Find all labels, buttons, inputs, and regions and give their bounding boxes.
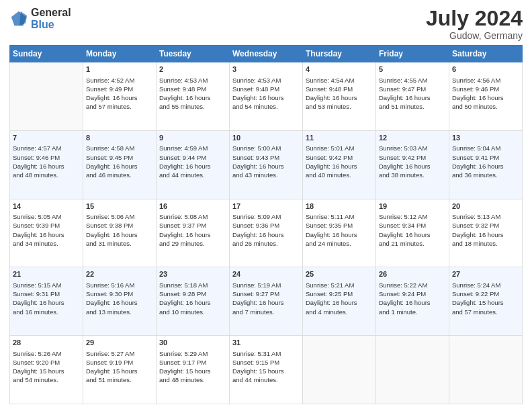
day-info-line: Sunrise: 5:15 AM	[13, 281, 80, 289]
day-info-line: and 44 minutes.	[232, 375, 300, 384]
day-info-line: Sunrise: 5:05 AM	[13, 212, 80, 221]
day-info-line: Daylight: 16 hours	[452, 162, 519, 171]
day-info-line: and 43 minutes.	[232, 171, 300, 179]
day-info-line: Sunset: 9:37 PM	[159, 221, 226, 230]
day-info-line: Sunrise: 5:04 AM	[452, 144, 519, 152]
day-number: 4	[306, 64, 373, 75]
logo-general-text: General	[31, 7, 71, 19]
day-info-line: and 10 minutes.	[159, 308, 226, 316]
calendar-cell	[10, 62, 83, 131]
day-info-line: Sunset: 9:15 PM	[232, 358, 300, 367]
day-info-line: Sunrise: 5:09 AM	[232, 212, 300, 221]
day-info-line: Sunrise: 5:29 AM	[159, 349, 226, 358]
day-number: 26	[379, 269, 446, 279]
day-info-line: Daylight: 16 hours	[232, 230, 300, 239]
calendar-row-4: 28Sunrise: 5:26 AMSunset: 9:20 PMDayligh…	[10, 336, 523, 404]
col-header-friday: Friday	[376, 46, 449, 62]
day-info-line: Sunrise: 4:55 AM	[379, 76, 446, 85]
day-number: 17	[232, 201, 300, 212]
day-number: 1	[86, 64, 153, 75]
day-info-line: Sunset: 9:49 PM	[86, 85, 153, 93]
day-info-line: Daylight: 15 hours	[232, 367, 300, 375]
calendar-cell: 12Sunrise: 5:03 AMSunset: 9:42 PMDayligh…	[376, 130, 449, 199]
title-location: Gudow, Germany	[426, 30, 523, 41]
day-info-line: Sunset: 9:35 PM	[306, 221, 373, 230]
day-info-line: Sunrise: 5:31 AM	[232, 349, 300, 358]
day-info-line: Sunset: 9:48 PM	[159, 85, 226, 93]
calendar-cell	[303, 336, 376, 404]
day-info-line: Sunset: 9:19 PM	[86, 358, 153, 367]
day-info-line: and 18 minutes.	[452, 239, 519, 248]
calendar-cell: 23Sunrise: 5:18 AMSunset: 9:28 PMDayligh…	[157, 267, 230, 336]
day-info-line: Sunset: 9:46 PM	[452, 85, 519, 93]
day-info-line: and 13 minutes.	[86, 308, 153, 316]
calendar-cell	[449, 336, 523, 404]
calendar-cell: 21Sunrise: 5:15 AMSunset: 9:31 PMDayligh…	[10, 267, 83, 336]
day-info-line: Sunset: 9:45 PM	[86, 153, 153, 162]
col-header-thursday: Thursday	[303, 46, 376, 62]
day-info-line: and 7 minutes.	[232, 308, 300, 316]
day-info-line: Sunrise: 5:03 AM	[379, 144, 446, 152]
day-info-line: Daylight: 16 hours	[379, 93, 446, 102]
calendar-cell: 11Sunrise: 5:01 AMSunset: 9:42 PMDayligh…	[303, 130, 376, 199]
day-info-line: Sunset: 9:28 PM	[159, 289, 226, 298]
calendar-cell: 6Sunrise: 4:56 AMSunset: 9:46 PMDaylight…	[449, 62, 523, 131]
calendar-cell: 5Sunrise: 4:55 AMSunset: 9:47 PMDaylight…	[376, 62, 449, 131]
day-info-line: Sunrise: 5:06 AM	[86, 212, 153, 221]
calendar-cell: 10Sunrise: 5:00 AMSunset: 9:43 PMDayligh…	[230, 130, 303, 199]
day-info-line: Sunset: 9:25 PM	[306, 289, 373, 298]
day-info-line: Sunset: 9:30 PM	[86, 289, 153, 298]
day-number: 20	[452, 201, 519, 212]
calendar-cell: 30Sunrise: 5:29 AMSunset: 9:17 PMDayligh…	[157, 336, 230, 404]
day-info-line: Sunrise: 5:19 AM	[232, 281, 300, 289]
day-info-line: Sunset: 9:31 PM	[13, 289, 80, 298]
day-info-line: Sunset: 9:43 PM	[232, 153, 300, 162]
day-info-line: Sunset: 9:22 PM	[452, 289, 519, 298]
day-info-line: and 31 minutes.	[86, 239, 153, 248]
day-number: 7	[13, 133, 80, 143]
calendar-row-3: 21Sunrise: 5:15 AMSunset: 9:31 PMDayligh…	[10, 267, 523, 336]
day-info-line: Daylight: 16 hours	[86, 162, 153, 171]
calendar-cell: 4Sunrise: 4:54 AMSunset: 9:48 PMDaylight…	[303, 62, 376, 131]
day-number: 21	[13, 269, 80, 279]
day-info-line: and 38 minutes.	[379, 171, 446, 179]
day-info-line: and 21 minutes.	[379, 239, 446, 248]
day-info-line: Daylight: 16 hours	[232, 93, 300, 102]
col-header-wednesday: Wednesday	[230, 46, 303, 62]
day-info-line: and 36 minutes.	[452, 171, 519, 179]
day-info-line: Sunrise: 4:56 AM	[452, 76, 519, 85]
day-info-line: Daylight: 16 hours	[159, 298, 226, 307]
day-number: 27	[452, 269, 519, 279]
day-info-line: and 48 minutes.	[159, 375, 226, 384]
day-number: 29	[86, 338, 153, 348]
day-number: 14	[13, 201, 80, 212]
day-info-line: Sunrise: 5:08 AM	[159, 212, 226, 221]
day-info-line: and 57 minutes.	[86, 102, 153, 111]
day-info-line: and 55 minutes.	[159, 102, 226, 111]
day-number: 16	[159, 201, 226, 212]
day-info-line: Sunset: 9:41 PM	[452, 153, 519, 162]
day-info-line: and 34 minutes.	[13, 239, 80, 248]
day-info-line: Sunrise: 5:13 AM	[452, 212, 519, 221]
day-info-line: Sunrise: 5:16 AM	[86, 281, 153, 289]
col-header-sunday: Sunday	[10, 46, 83, 62]
calendar-cell: 27Sunrise: 5:24 AMSunset: 9:22 PMDayligh…	[449, 267, 523, 336]
calendar-cell	[376, 336, 449, 404]
day-number: 31	[232, 338, 300, 348]
day-info-line: Sunset: 9:27 PM	[232, 289, 300, 298]
header: General Blue July 2024 Gudow, Germany	[9, 7, 523, 41]
day-number: 28	[13, 338, 80, 348]
logo-text: General Blue	[31, 7, 71, 30]
day-number: 25	[306, 269, 373, 279]
logo: General Blue	[9, 7, 71, 30]
day-info-line: and 54 minutes.	[13, 375, 80, 384]
day-info-line: Daylight: 16 hours	[13, 298, 80, 307]
calendar-row-0: 1Sunrise: 4:52 AMSunset: 9:49 PMDaylight…	[10, 62, 523, 131]
day-info-line: Daylight: 16 hours	[306, 298, 373, 307]
day-info-line: and 50 minutes.	[452, 102, 519, 111]
day-info-line: Daylight: 16 hours	[452, 230, 519, 239]
day-info-line: and 51 minutes.	[86, 375, 153, 384]
calendar-cell: 14Sunrise: 5:05 AMSunset: 9:39 PMDayligh…	[10, 199, 83, 267]
day-info-line: Sunrise: 4:59 AM	[159, 144, 226, 152]
day-info-line: Daylight: 16 hours	[13, 162, 80, 171]
